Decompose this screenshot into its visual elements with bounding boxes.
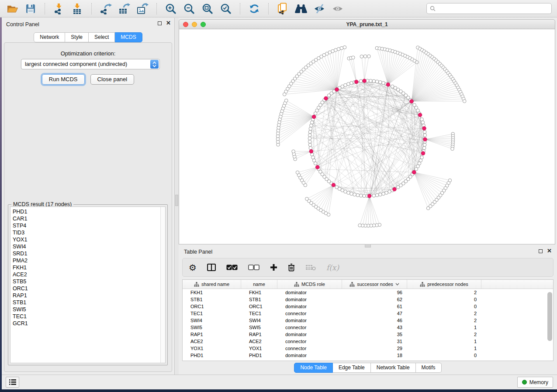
add-column-button[interactable] bbox=[270, 262, 277, 273]
cell-successors: 46 bbox=[342, 318, 407, 323]
show-columns-button[interactable] bbox=[207, 262, 216, 273]
zoom-in-button[interactable] bbox=[164, 2, 178, 15]
tab-mcds[interactable]: MCDS bbox=[115, 32, 142, 42]
control-panel-title: Control Panel bbox=[6, 21, 39, 28]
delete-table-button[interactable] bbox=[305, 262, 316, 273]
select-all-icon bbox=[226, 265, 238, 270]
network-view-window: YPA_prune.txt_1 bbox=[179, 19, 555, 244]
column-header-predecessor-nodes[interactable]: predecessor nodes bbox=[407, 280, 481, 289]
criterion-selected-value: largest connected component (undirected) bbox=[21, 61, 150, 67]
zoom-fit-button[interactable] bbox=[201, 2, 214, 15]
panel-splitter[interactable] bbox=[175, 18, 179, 375]
result-node-item[interactable]: RAP1 bbox=[13, 292, 159, 299]
result-node-item[interactable]: SRD1 bbox=[13, 250, 159, 257]
tab-motifs[interactable]: Motifs bbox=[416, 363, 442, 373]
import-table-button[interactable] bbox=[70, 2, 84, 15]
delete-column-button[interactable] bbox=[288, 262, 295, 273]
table-row[interactable]: FKH1FKH1dominator962 bbox=[183, 289, 553, 296]
result-node-item[interactable]: YOX1 bbox=[13, 236, 159, 243]
table-scrollbar[interactable] bbox=[547, 291, 552, 359]
toolbar-separator bbox=[240, 3, 240, 14]
result-node-item[interactable]: STB1 bbox=[13, 299, 159, 306]
network-window-titlebar[interactable]: YPA_prune.txt_1 bbox=[179, 19, 555, 29]
cell-predecessors: 0 bbox=[407, 297, 481, 302]
tab-edge-table[interactable]: Edge Table bbox=[333, 363, 371, 373]
result-node-item[interactable]: GCR1 bbox=[13, 320, 159, 327]
result-node-item[interactable]: TID3 bbox=[13, 229, 159, 236]
cell-predecessors: 2 bbox=[407, 318, 481, 323]
export-table-button[interactable] bbox=[117, 2, 131, 15]
column-header-shared-name[interactable]: shared name bbox=[183, 280, 241, 289]
column-header-MCDS-role[interactable]: MCDS role bbox=[277, 280, 342, 289]
first-neighbors-button[interactable] bbox=[294, 2, 308, 15]
export-network-button[interactable] bbox=[99, 2, 113, 15]
zoom-out-button[interactable] bbox=[182, 2, 196, 15]
result-node-item[interactable]: PHD1 bbox=[13, 208, 159, 215]
table-row[interactable]: TEC1TEC1connector472 bbox=[183, 310, 553, 317]
clone-network-button[interactable] bbox=[276, 2, 290, 15]
result-node-item[interactable]: SWI4 bbox=[13, 243, 159, 250]
table-row[interactable]: SWI4SWI4dominator462 bbox=[183, 317, 553, 324]
cell-predecessors: 1 bbox=[407, 339, 481, 344]
criterion-select[interactable]: largest connected component (undirected) bbox=[21, 59, 160, 69]
zoom-selected-button[interactable] bbox=[219, 2, 233, 15]
result-node-item[interactable]: PMA2 bbox=[13, 257, 159, 264]
table-row[interactable]: RAP1RAP1dominator352 bbox=[183, 331, 553, 338]
search-input[interactable] bbox=[438, 6, 548, 12]
result-node-item[interactable]: ORC1 bbox=[13, 285, 159, 292]
result-node-item[interactable]: SWI5 bbox=[13, 306, 159, 313]
maximize-window-icon[interactable] bbox=[201, 22, 206, 27]
export-image-icon bbox=[136, 3, 149, 14]
show-all-button[interactable] bbox=[331, 2, 345, 15]
table-row[interactable]: STB1STB1dominator620 bbox=[183, 296, 553, 303]
network-canvas[interactable] bbox=[179, 29, 555, 244]
deselect-all-button[interactable] bbox=[248, 262, 259, 273]
result-scrollbar[interactable] bbox=[160, 207, 165, 363]
close-panel-button[interactable]: Close panel bbox=[90, 74, 135, 85]
select-all-button[interactable] bbox=[226, 262, 238, 273]
result-node-item[interactable]: ACE2 bbox=[13, 271, 159, 278]
column-header-name[interactable]: name bbox=[241, 280, 277, 289]
result-node-item[interactable]: CAR1 bbox=[13, 215, 159, 222]
float-table-panel-icon[interactable] bbox=[539, 249, 543, 253]
column-header-successor-nodes[interactable]: successor nodes bbox=[342, 280, 407, 289]
table-row[interactable]: ACE2ACE2connector311 bbox=[183, 338, 553, 345]
memory-button[interactable]: Memory bbox=[517, 377, 553, 388]
table-row[interactable]: SWI5SWI5connector431 bbox=[183, 324, 553, 331]
network-search-field[interactable] bbox=[426, 3, 552, 14]
tab-select[interactable]: Select bbox=[89, 32, 115, 42]
tab-style[interactable]: Style bbox=[65, 32, 89, 42]
result-node-item[interactable]: STB5 bbox=[13, 278, 159, 285]
table-row[interactable]: YOX1YOX1connector291 bbox=[183, 345, 553, 352]
run-mcds-button[interactable]: Run MCDS bbox=[42, 74, 85, 85]
table-row[interactable]: PHD1PHD1dominator180 bbox=[183, 352, 553, 359]
table-row[interactable]: ORC1ORC1dominator610 bbox=[183, 303, 553, 310]
function-builder-button[interactable]: f(x) bbox=[326, 262, 339, 273]
table-settings-button[interactable]: ⚙ bbox=[189, 262, 197, 273]
task-list-icon bbox=[9, 379, 16, 385]
close-panel-icon[interactable]: ✕ bbox=[166, 21, 171, 25]
float-panel-icon[interactable] bbox=[158, 21, 162, 25]
open-session-button[interactable] bbox=[5, 2, 19, 15]
zoom-in-icon bbox=[165, 3, 176, 14]
result-node-item[interactable]: TEC1 bbox=[13, 313, 159, 320]
result-node-item[interactable]: FKH1 bbox=[13, 264, 159, 271]
table-scrollbar-thumb[interactable] bbox=[547, 292, 552, 341]
splitter-grip[interactable] bbox=[175, 195, 178, 206]
tab-network-table[interactable]: Network Table bbox=[371, 363, 416, 373]
task-history-button[interactable] bbox=[6, 377, 19, 388]
apply-layout-button[interactable] bbox=[247, 2, 261, 15]
save-session-button[interactable] bbox=[24, 2, 38, 15]
close-table-panel-icon[interactable]: ✕ bbox=[547, 249, 552, 253]
close-window-icon[interactable] bbox=[183, 22, 188, 27]
result-node-item[interactable]: STP4 bbox=[13, 222, 159, 229]
horizontal-splitter-grip[interactable] bbox=[365, 244, 371, 248]
minimize-window-icon[interactable] bbox=[192, 22, 197, 27]
export-image-button[interactable] bbox=[135, 2, 149, 15]
hide-selected-button[interactable] bbox=[312, 2, 326, 15]
tab-node-table[interactable]: Node Table bbox=[294, 363, 333, 373]
function-icon: f(x) bbox=[326, 263, 339, 272]
deselect-all-icon bbox=[248, 265, 259, 270]
tab-network[interactable]: Network bbox=[34, 32, 65, 42]
import-network-button[interactable] bbox=[52, 2, 66, 15]
